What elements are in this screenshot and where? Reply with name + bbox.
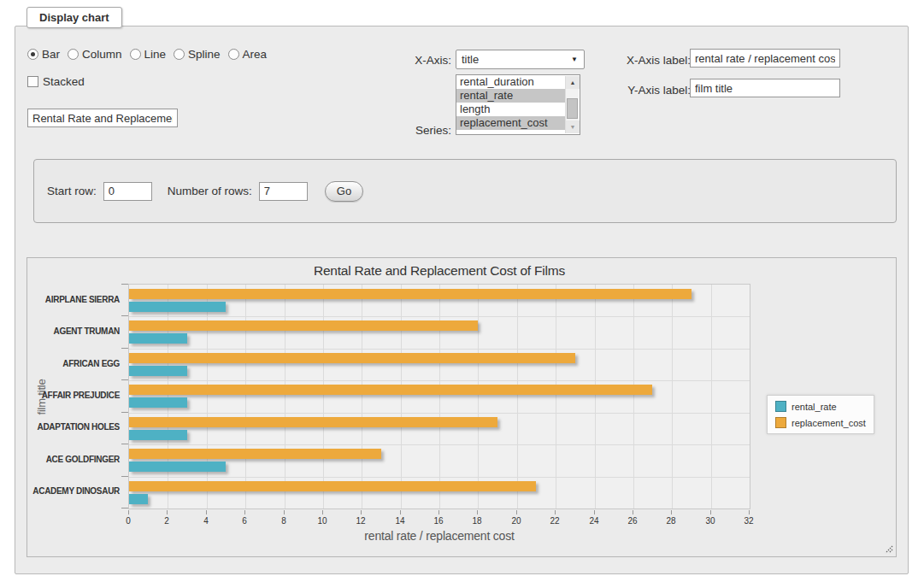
x-tick-mark xyxy=(400,510,401,514)
stacked-checkbox[interactable] xyxy=(27,76,38,87)
grid-line xyxy=(129,444,750,445)
category-label: ACADEMY DINOSAUR xyxy=(27,486,120,496)
category-label: AFRICAN EGG xyxy=(27,359,120,368)
x-tick-mark xyxy=(244,510,245,514)
bar-rental_rate xyxy=(129,302,226,312)
series-option-length[interactable]: length xyxy=(456,103,566,116)
x-tick-mark xyxy=(477,510,478,514)
x-axis-title: rental rate / replacement cost xyxy=(128,529,750,543)
grid-line xyxy=(672,285,673,509)
category-label: ADAPTATION HOLES xyxy=(27,422,120,432)
category-label: AFFAIR PREJUDICE xyxy=(27,391,120,400)
radio-label: Bar xyxy=(42,48,60,61)
x-tick-mark xyxy=(361,510,362,514)
grid-line xyxy=(633,285,634,509)
x-tick-mark xyxy=(322,510,323,514)
x-tick-mark xyxy=(167,510,168,514)
page: Display chart BarColumnLineSplineArea St… xyxy=(0,0,924,582)
bar-rental_rate xyxy=(129,397,187,408)
grid-line xyxy=(207,285,208,509)
x-axis-select-label: X-Axis: xyxy=(374,54,451,67)
legend-item-replacement_cost[interactable]: replacement_cost xyxy=(775,417,866,428)
x-tick-label: 8 xyxy=(271,516,297,526)
series-option-replacement_cost[interactable]: replacement_cost xyxy=(456,116,566,130)
grid-line xyxy=(285,285,285,509)
bar-replacement_cost xyxy=(129,449,381,459)
scrollbar-thumb[interactable] xyxy=(567,98,578,119)
radio-icon[interactable] xyxy=(228,49,239,60)
chart-type-option-line[interactable]: Line xyxy=(130,48,167,61)
y-tick-mark xyxy=(121,412,128,413)
x-tick-label: 6 xyxy=(232,516,257,526)
listbox-scrollbar[interactable]: ▲ ▼ xyxy=(565,76,579,133)
y-axis-label-input[interactable] xyxy=(690,79,840,97)
y-tick-mark xyxy=(121,379,128,380)
x-tick-label: 22 xyxy=(542,516,568,526)
chart-type-option-spline[interactable]: Spline xyxy=(174,48,221,61)
radio-label: Column xyxy=(82,48,122,61)
x-tick-label: 24 xyxy=(581,516,607,526)
x-tick-label: 2 xyxy=(154,516,180,526)
x-tick-label: 14 xyxy=(387,516,413,526)
x-tick-mark xyxy=(749,510,750,514)
x-tick-mark xyxy=(633,510,633,514)
legend-label: replacement_cost xyxy=(792,418,866,428)
radio-icon[interactable] xyxy=(174,49,185,60)
legend-label: rental_rate xyxy=(792,402,837,412)
display-chart-fieldset: Display chart BarColumnLineSplineArea St… xyxy=(15,26,909,574)
chart-type-option-area[interactable]: Area xyxy=(228,48,268,61)
grid-line xyxy=(245,285,246,509)
radio-icon[interactable] xyxy=(27,49,38,60)
radio-icon[interactable] xyxy=(68,49,79,60)
start-row-input[interactable] xyxy=(103,182,152,201)
grid-line xyxy=(362,285,362,509)
series-select-label: Series: xyxy=(374,124,451,137)
y-tick-mark xyxy=(121,348,128,349)
radio-icon[interactable] xyxy=(130,49,141,60)
grid-line xyxy=(401,285,402,509)
y-tick-mark xyxy=(121,508,128,509)
x-tick-mark xyxy=(555,510,556,514)
chart-type-radio-group: BarColumnLineSplineArea xyxy=(27,48,267,61)
bar-replacement_cost xyxy=(129,353,575,363)
y-axis-label-label: Y-Axis label: xyxy=(614,84,691,97)
x-axis-select[interactable]: title ▼ xyxy=(456,50,585,69)
radio-label: Spline xyxy=(188,48,221,61)
resize-handle-icon[interactable] xyxy=(883,544,893,554)
scroll-up-icon[interactable]: ▲ xyxy=(566,76,580,89)
num-rows-input[interactable] xyxy=(259,182,308,201)
plot-area xyxy=(128,284,750,509)
x-tick-label: 28 xyxy=(658,516,684,526)
series-option-rental_rate[interactable]: rental_rate xyxy=(456,89,566,103)
series-listbox[interactable]: rental_durationrental_ratelengthreplacem… xyxy=(456,74,580,135)
x-axis-label-input[interactable] xyxy=(690,49,840,68)
x-tick-label: 20 xyxy=(503,516,529,526)
chart-legend: rental_ratereplacement_cost xyxy=(767,395,874,434)
y-tick-mark xyxy=(121,444,128,444)
scroll-down-icon[interactable]: ▼ xyxy=(566,121,580,133)
legend-item-rental_rate[interactable]: rental_rate xyxy=(775,401,866,412)
stacked-label: Stacked xyxy=(43,75,85,88)
x-tick-label: 30 xyxy=(697,516,723,526)
grid-line xyxy=(595,285,596,509)
x-tick-label: 26 xyxy=(620,516,645,526)
bar-rental_rate xyxy=(129,366,187,376)
radio-label: Area xyxy=(243,48,268,61)
chart-type-option-bar[interactable]: Bar xyxy=(27,48,60,61)
go-button[interactable]: Go xyxy=(325,181,363,202)
y-tick-mark xyxy=(121,284,128,285)
chart-title-input[interactable] xyxy=(27,109,178,127)
chart-type-option-column[interactable]: Column xyxy=(68,48,122,61)
series-option-rental_duration[interactable]: rental_duration xyxy=(456,75,566,89)
legend-swatch xyxy=(775,401,786,412)
grid-line xyxy=(517,285,518,509)
grid-line xyxy=(129,413,750,414)
stacked-checkbox-row[interactable]: Stacked xyxy=(27,75,85,88)
x-tick-label: 12 xyxy=(348,516,374,526)
grid-line xyxy=(129,316,750,317)
grid-line xyxy=(478,285,479,509)
bar-replacement_cost xyxy=(129,320,478,331)
x-tick-label: 4 xyxy=(193,516,219,526)
y-tick-mark xyxy=(121,476,128,477)
radio-label: Line xyxy=(144,48,167,61)
